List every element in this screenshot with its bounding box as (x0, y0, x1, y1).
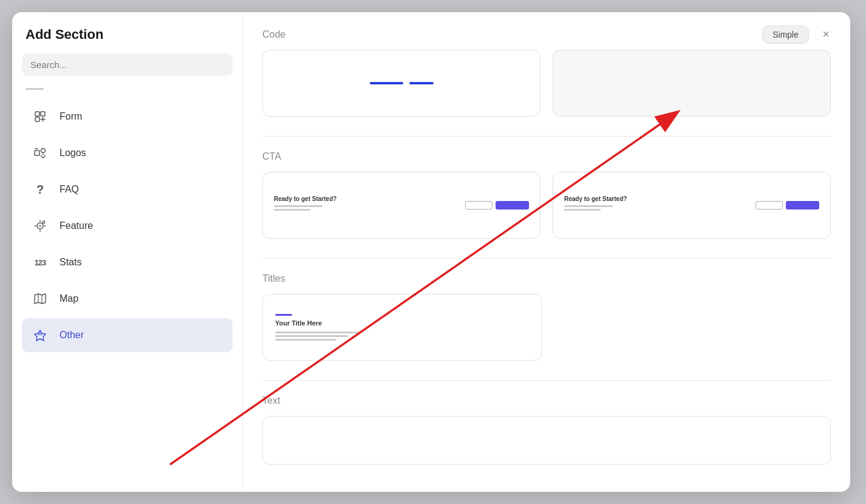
cta-text-side-1: Ready to get Started? (274, 196, 465, 216)
feature-icon (29, 215, 51, 237)
titles-card-1[interactable]: Your Title Here (262, 294, 542, 361)
cta-outline-btn-2 (755, 201, 783, 209)
cta-btn-side-2 (755, 201, 819, 209)
text-placeholder[interactable] (262, 416, 831, 465)
titles-cards-row: Your Title Here (262, 294, 831, 361)
cta-card-1-title: Ready to get Started? (274, 196, 465, 202)
cta-section-label: CTA (262, 151, 831, 162)
logos-icon (29, 142, 51, 164)
cta-text-side-2: Ready to get Started? (564, 196, 755, 216)
cta-section: CTA Ready to get Started? (262, 151, 831, 239)
svg-rect-1 (41, 112, 45, 116)
simple-badge: Simple (762, 26, 809, 44)
sidebar-item-stats-label: Stats (60, 257, 81, 268)
cta-cards-row: Ready to get Started? (262, 172, 831, 239)
cta-outline-btn-1 (465, 201, 493, 209)
cta-card-2-title: Ready to get Started? (564, 196, 755, 202)
modal-overlay: Add Section Form (0, 0, 866, 504)
svg-point-6 (41, 149, 46, 153)
cta-card-2[interactable]: Ready to get Started? (553, 172, 831, 239)
map-icon (29, 288, 51, 310)
sidebar-item-logos-label: Logos (60, 148, 86, 158)
text-section-label: Text (262, 395, 831, 406)
other-icon (29, 324, 51, 346)
cta-btn-side-1 (465, 201, 529, 209)
code-card-1[interactable] (262, 50, 540, 117)
svg-rect-2 (35, 117, 39, 121)
sidebar-item-form[interactable]: Form (22, 100, 233, 134)
code-line-2 (409, 82, 434, 84)
cta-fill-btn-2 (786, 201, 819, 209)
sidebar-item-map-label: Map (60, 293, 78, 304)
sidebar-item-faq-label: FAQ (60, 184, 79, 195)
sidebar-item-feature[interactable]: Feature (22, 209, 233, 243)
sidebar-item-form-label: Form (60, 111, 82, 122)
sidebar: Add Section Form (12, 12, 243, 492)
sidebar-title: Add Section (22, 27, 233, 43)
sidebar-item-other-label: Other (60, 330, 84, 341)
main-content: Simple × Code (243, 12, 850, 492)
modal: Add Section Form (12, 12, 850, 492)
cta-card-1-inner: Ready to get Started? (263, 187, 540, 224)
titles-section: Titles Your Title Here (262, 273, 831, 361)
svg-rect-0 (35, 112, 39, 116)
text-section: Text (262, 395, 831, 465)
titles-card-accent (275, 314, 292, 316)
code-section: Code (262, 29, 831, 117)
close-button[interactable]: × (816, 24, 836, 44)
sidebar-item-feature-label: Feature (60, 220, 93, 231)
cta-fill-btn-1 (496, 201, 529, 209)
code-cards-row (262, 50, 831, 117)
code-line-1 (370, 82, 403, 84)
titles-card-heading: Your Title Here (275, 319, 529, 327)
svg-point-11 (43, 221, 45, 223)
sidebar-item-logos[interactable]: Logos (22, 136, 233, 170)
sidebar-divider (26, 88, 44, 90)
svg-point-10 (39, 225, 41, 227)
titles-section-label: Titles (262, 273, 831, 284)
stats-icon: 123 (29, 251, 51, 273)
text-divider (262, 380, 831, 381)
svg-rect-5 (35, 151, 39, 155)
form-icon (29, 106, 51, 128)
titles-divider (262, 258, 831, 259)
sidebar-nav: Form Logos ? (22, 100, 233, 482)
svg-marker-14 (35, 330, 46, 341)
sidebar-item-stats[interactable]: 123 Stats (22, 245, 233, 279)
code-section-label: Code (262, 29, 831, 40)
cta-divider (262, 136, 831, 137)
cta-card-2-inner: Ready to get Started? (553, 187, 830, 224)
cta-card-1[interactable]: Ready to get Started? (262, 172, 540, 239)
sidebar-item-map[interactable]: Map (22, 282, 233, 316)
search-input[interactable] (22, 53, 233, 76)
sidebar-item-other[interactable]: Other (22, 318, 233, 352)
code-simple-card[interactable] (553, 50, 831, 117)
faq-icon: ? (29, 179, 51, 200)
titles-card-1-inner: Your Title Here (263, 304, 541, 350)
sidebar-item-faq[interactable]: ? FAQ (22, 172, 233, 206)
code-card-1-inner (370, 82, 434, 84)
